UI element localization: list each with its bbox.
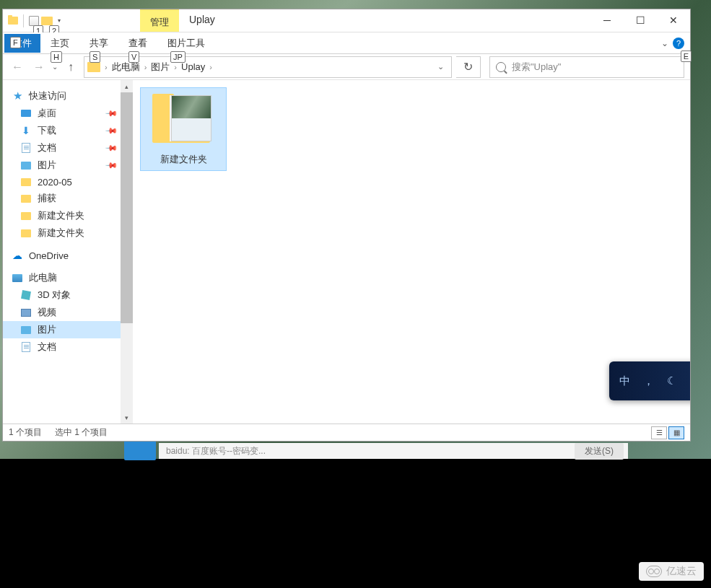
nav-documents[interactable]: 文档 📌: [3, 139, 121, 157]
back-button[interactable]: ←: [9, 58, 26, 76]
scroll-thumb[interactable]: [121, 92, 133, 323]
nav-label: 视频: [38, 306, 56, 319]
nav-label: OneDrive: [29, 250, 69, 261]
nav-quick-access[interactable]: ★ 快速访问: [3, 87, 121, 105]
address-dropdown-icon[interactable]: ⌄: [433, 62, 448, 71]
nav-label: 快速访问: [29, 89, 66, 102]
folder-item-selected[interactable]: 新建文件夹: [140, 87, 227, 171]
view-tab-label: 查看: [128, 38, 147, 48]
nav-folder-new1[interactable]: 新建文件夹: [3, 207, 121, 224]
nav-label: 3D 对象: [38, 289, 71, 302]
titlebar[interactable]: ▾ 1 2 管理 Uplay ─ ☐ ✕: [3, 9, 690, 32]
nav-pictures[interactable]: 图片 📌: [3, 157, 121, 174]
scroll-down-icon[interactable]: ▾: [121, 411, 133, 424]
folder-name: 新建文件夹: [160, 153, 207, 166]
video-icon: [20, 307, 32, 318]
keyhint-v: V: [128, 51, 139, 63]
nav-folder-2020-05[interactable]: 2020-05: [3, 174, 121, 190]
crumb-uplay[interactable]: Uplay: [178, 61, 208, 72]
nav-pictures-pc[interactable]: 图片: [3, 321, 121, 338]
nav-documents-pc[interactable]: 文档: [3, 338, 121, 356]
nav-downloads[interactable]: ⬇ 下载 📌: [3, 122, 121, 139]
navigation-pane[interactable]: ★ 快速访问 桌面 📌 ⬇ 下载 📌 文档 📌: [3, 80, 133, 424]
quick-access-toolbar: ▾ 1 2: [3, 9, 63, 32]
folder-icon: [20, 227, 32, 239]
watermark: 亿速云: [639, 562, 704, 581]
thumbnails-view-button[interactable]: ▦: [668, 426, 684, 439]
pin-icon: 📌: [104, 141, 118, 154]
send-button-bg: 发送(S): [575, 443, 624, 460]
folder-icon: [20, 176, 32, 188]
home-tab[interactable]: 主页 H: [40, 34, 79, 53]
nav-label: 桌面: [38, 107, 56, 120]
crumb-pictures[interactable]: 图片: [148, 61, 173, 74]
folder-thumbnail-icon: [151, 92, 216, 149]
ime-punct-indicator[interactable]: ，: [643, 374, 654, 388]
nav-onedrive[interactable]: ☁ OneDrive: [3, 247, 121, 263]
pictools-tab-label: 图片工具: [167, 38, 205, 48]
keyhint-jp: JP: [170, 51, 186, 63]
crumb-sep-icon[interactable]: ›: [103, 63, 109, 71]
pin-icon: 📌: [104, 106, 118, 120]
up-button[interactable]: ↑: [62, 58, 79, 76]
nav-label: 此电脑: [29, 271, 57, 284]
search-box[interactable]: [489, 56, 684, 78]
status-selected-count: 选中 1 个项目: [55, 426, 108, 439]
forward-button[interactable]: →: [30, 58, 48, 76]
pin-icon: 📌: [104, 158, 118, 172]
scroll-up-icon[interactable]: ▴: [121, 80, 133, 92]
chat-text: baidu: 百度账号--密码变...: [166, 445, 266, 457]
nav-desktop[interactable]: 桌面 📌: [3, 105, 121, 122]
close-button[interactable]: ✕: [657, 9, 690, 31]
watermark-icon: [646, 566, 662, 577]
home-tab-label: 主页: [51, 38, 69, 48]
app-folder-icon: [7, 15, 19, 27]
document-icon: [20, 142, 32, 154]
pictures-icon: [20, 324, 32, 335]
pc-icon: [12, 272, 23, 284]
share-tab[interactable]: 共享 S: [79, 34, 118, 53]
background-chat-snippet: baidu: 百度账号--密码变... 发送(S): [159, 443, 628, 459]
window-controls: ─ ☐ ✕: [590, 9, 690, 32]
nav-videos[interactable]: 视频: [3, 304, 121, 321]
nav-folder-new2[interactable]: 新建文件夹: [3, 224, 121, 242]
nav-label: 下载: [38, 124, 56, 137]
picture-tools-tab[interactable]: 图片工具 JP: [157, 34, 215, 53]
ribbon-tabs: 文件 F 主页 H 共享 S 查看 V 图片工具 JP ⌄ ? E: [3, 32, 690, 54]
maximize-button[interactable]: ☐: [624, 9, 657, 31]
keyhint-h: H: [51, 51, 62, 63]
file-tab[interactable]: 文件 F: [4, 34, 40, 53]
qat-dropdown-icon[interactable]: ▾: [56, 16, 63, 26]
nav-label: 文档: [38, 341, 56, 354]
ime-skin-icon[interactable]: 👕: [689, 374, 690, 387]
folder-icon: [20, 193, 32, 204]
navpane-scrollbar[interactable]: ▴ ▾: [121, 80, 133, 424]
crumb-sep-icon[interactable]: ›: [143, 63, 149, 71]
keyhint-s: S: [90, 51, 100, 63]
nav-label: 新建文件夹: [38, 209, 84, 222]
ime-lang-indicator[interactable]: 中: [619, 374, 630, 388]
scroll-track[interactable]: [121, 92, 133, 411]
nav-label: 新建文件夹: [38, 227, 84, 240]
help-icon[interactable]: ?: [673, 38, 684, 49]
minimize-button[interactable]: ─: [590, 9, 624, 31]
manage-tab[interactable]: 管理: [140, 9, 179, 32]
ime-moon-icon[interactable]: ☾: [667, 374, 676, 387]
nav-label: 2020-05: [38, 177, 72, 188]
nav-3d-objects[interactable]: 3D 对象: [3, 286, 121, 304]
crumb-sep-icon[interactable]: ›: [208, 63, 214, 71]
nav-label: 捕获: [38, 192, 56, 205]
view-tab[interactable]: 查看 V: [118, 34, 157, 53]
ribbon-expand-icon[interactable]: ⌄: [661, 38, 668, 48]
file-explorer-window: ▾ 1 2 管理 Uplay ─ ☐ ✕ 文件 F 主页 H 共享 S 查看 V: [2, 9, 691, 442]
details-view-button[interactable]: ☰: [651, 426, 667, 439]
nav-thispc[interactable]: 此电脑: [3, 269, 121, 286]
refresh-button[interactable]: ↻: [456, 56, 481, 78]
nav-label: 图片: [38, 323, 56, 336]
nav-folder-capture[interactable]: 捕获: [3, 190, 121, 207]
content-pane[interactable]: 新建文件夹 中 ， ☾ 👕: [133, 80, 690, 424]
crumb-sep-icon[interactable]: ›: [173, 63, 178, 71]
history-dropdown-icon[interactable]: ⌄: [52, 63, 58, 71]
ime-toolbar[interactable]: 中 ， ☾ 👕: [609, 361, 690, 400]
search-input[interactable]: [512, 61, 678, 72]
